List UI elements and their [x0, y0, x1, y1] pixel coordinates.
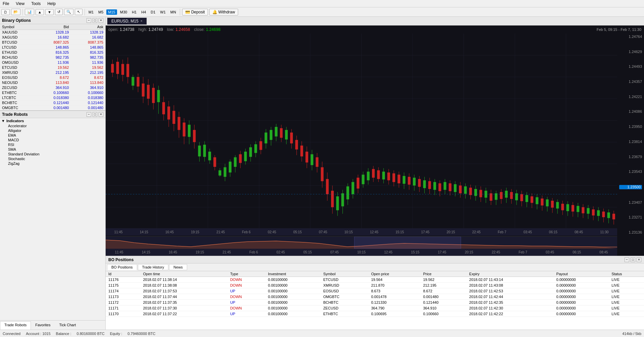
arrow-up-button[interactable]: ▲ — [36, 9, 44, 15]
symbol-row[interactable]: LTCUSD 148.865 148.865 — [0, 45, 105, 50]
tf-h1[interactable]: H1 — [130, 9, 138, 15]
pos-type: UP — [227, 288, 265, 294]
tr-close-icon[interactable]: × — [99, 112, 103, 117]
symbol-row[interactable]: LTCBTC 0.018380 0.018380 — [0, 95, 105, 100]
position-row[interactable]: 11174 2018.02.07 11:37:53 UP 0.00100000 … — [106, 288, 644, 294]
tf-m30[interactable]: M30 — [118, 9, 129, 15]
pos-open-price: 19.564 — [368, 277, 420, 283]
pos-id: 11171 — [106, 305, 140, 311]
position-row[interactable]: 11173 2018.02.07 11:37:44 DOWN 0.0010000… — [106, 294, 644, 300]
tab-tick-chart[interactable]: Tick Chart — [55, 321, 80, 330]
indicator-item[interactable]: EMA — [0, 133, 105, 138]
indicator-item[interactable]: ZigZag — [0, 161, 105, 166]
tf-mn[interactable]: MN — [169, 9, 178, 15]
position-row[interactable]: 11170 2018.02.07 11:37:22 UP 0.00100000 … — [106, 311, 644, 317]
symbol-ask: 8087.375 — [71, 40, 105, 45]
symbol-bid: 11.936 — [37, 60, 71, 65]
chart-info-bar: open: 1.24738 high: 1.24749 low: 1.24658… — [106, 26, 644, 34]
position-row[interactable]: 11171 2018.02.07 11:37:30 DOWN 0.0010000… — [106, 305, 644, 311]
positions-table-wrap[interactable]: Id Open time Type Investment Symbol Open… — [106, 271, 644, 330]
cursor-button[interactable]: ↖ — [75, 9, 83, 15]
svg-rect-43 — [172, 111, 175, 124]
position-row[interactable]: 11175 2018.02.07 11:38:08 DOWN 0.0010000… — [106, 283, 644, 288]
symbol-row[interactable]: XAGUSD 16.682 16.682 — [0, 35, 105, 40]
symbol-ask: 0.018380 — [71, 95, 105, 100]
menu-file[interactable]: File — [1, 1, 10, 7]
indicator-item[interactable]: RSI — [0, 142, 105, 147]
tr-maximize-icon[interactable]: □ — [93, 112, 97, 117]
symbol-row[interactable]: NEOUSD 113.840 113.840 — [0, 80, 105, 85]
symbol-name: ETHBTC — [0, 90, 37, 95]
symbol-row[interactable]: OMGUSD 11.936 11.936 — [0, 60, 105, 65]
indicator-item[interactable]: Stochastic — [0, 156, 105, 161]
symbol-row[interactable]: ETCUSD 19.562 19.562 — [0, 65, 105, 70]
symbol-row[interactable]: BCHBTC 0.121440 0.121440 — [0, 100, 105, 105]
symbol-row[interactable]: EOSUSD 8.672 8.672 — [0, 75, 105, 80]
indicator-item[interactable]: Standard Deviation — [0, 152, 105, 156]
svg-rect-161 — [474, 189, 477, 196]
symbol-row[interactable]: ETHBTC 0.100660 0.100660 — [0, 90, 105, 95]
symbol-row[interactable]: BTCUSD 8087.325 8087.375 — [0, 40, 105, 45]
tf-h4[interactable]: H4 — [140, 9, 148, 15]
maximize-icon[interactable]: □ — [93, 18, 97, 23]
close-icon[interactable]: × — [99, 18, 103, 23]
symbol-row[interactable]: OMGBTC 0.001480 0.001480 — [0, 105, 105, 110]
pos-investment: 0.00100000 — [265, 311, 321, 317]
pos-payout: 0.00000000 — [554, 283, 609, 288]
mini-time-1: 11:45 — [115, 250, 123, 254]
separator-3 — [180, 9, 180, 15]
menu-tools[interactable]: Tools — [30, 1, 42, 7]
deposit-button[interactable]: 💳 Deposit — [182, 9, 208, 15]
refresh-button[interactable]: ↺ — [55, 9, 63, 15]
chart-tab-eurusd[interactable]: EURUSD, M15 × — [107, 17, 147, 25]
tr-minimize-icon[interactable]: − — [87, 112, 91, 117]
pos-investment: 0.00100000 — [265, 305, 321, 311]
tf-m15[interactable]: M15 — [106, 9, 117, 15]
mini-time-4: 19:15 — [196, 250, 204, 254]
mini-chart[interactable]: 11:45 14:15 16:45 19:15 21:45 Feb 6 02:4… — [106, 236, 617, 256]
indicator-item[interactable]: SMA — [0, 147, 105, 152]
tf-m5[interactable]: M5 — [97, 9, 105, 15]
tab-news[interactable]: News — [169, 264, 187, 270]
symbol-row[interactable]: ETHUSD 816.325 816.325 — [0, 50, 105, 55]
pos-open-price: 364.790 — [368, 305, 420, 311]
tf-d1[interactable]: D1 — [149, 9, 157, 15]
symbol-name: BCHUSD — [0, 55, 37, 60]
chart-container[interactable]: open: 1.24738 high: 1.24749 low: 1.24658… — [106, 26, 644, 256]
position-row[interactable]: 11172 2018.02.07 11:37:35 UP 0.00100000 … — [106, 300, 644, 305]
indicator-item[interactable]: Accelerator — [0, 124, 105, 128]
price-6: 1.24086 — [619, 110, 642, 113]
indicators-parent[interactable]: ▼ Indicators — [0, 118, 105, 124]
pos-payout: 0.00000000 — [554, 277, 609, 283]
status-balance-value: 0.80160000 BTC — [76, 332, 104, 336]
tab-trade-history[interactable]: Trade History — [138, 264, 169, 270]
bp-maximize-icon[interactable]: □ — [631, 257, 635, 262]
indicator-item[interactable]: MACD — [0, 138, 105, 142]
bp-close-icon[interactable]: × — [637, 257, 641, 262]
chart-bar-button[interactable]: 📊 — [25, 9, 34, 15]
menu-view[interactable]: View — [14, 1, 26, 7]
chevron-down-icon: ▼ — [1, 119, 5, 123]
tab-favorites[interactable]: Favorites — [31, 321, 55, 330]
new-button[interactable]: 🗋 — [1, 9, 10, 15]
tab-trade-robots[interactable]: Trade Robots — [0, 321, 31, 330]
tf-w1[interactable]: W1 — [158, 9, 167, 15]
chart-tab-close-icon[interactable]: × — [141, 19, 143, 23]
symbol-bid: 1328.19 — [37, 30, 71, 35]
withdraw-button[interactable]: 🔔 Withdraw — [209, 9, 238, 15]
symbol-row[interactable]: BCHUSD 982.735 982.735 — [0, 55, 105, 60]
tab-bo-positions[interactable]: BO Positions — [107, 264, 137, 270]
tf-m1[interactable]: M1 — [87, 9, 95, 15]
symbol-row[interactable]: XAUUSD 1328.19 1328.19 — [0, 30, 105, 35]
arrow-down-button[interactable]: ▼ — [45, 9, 54, 15]
symbol-row[interactable]: ZECUSD 364.910 364.910 — [0, 85, 105, 90]
indicator-item[interactable]: Alligator — [0, 128, 105, 133]
pos-type: DOWN — [227, 277, 265, 283]
menu-help[interactable]: Help — [46, 1, 57, 7]
bp-minimize-icon[interactable]: − — [625, 257, 629, 262]
position-row[interactable]: 11176 2018.02.07 11:38:14 DOWN 0.0010000… — [106, 277, 644, 283]
symbol-row[interactable]: XMRUSD 212.195 212.195 — [0, 70, 105, 75]
open-button[interactable]: 📂 — [11, 9, 20, 15]
zoom-button[interactable]: 🔍 — [64, 9, 73, 15]
minimize-icon[interactable]: − — [87, 18, 91, 23]
